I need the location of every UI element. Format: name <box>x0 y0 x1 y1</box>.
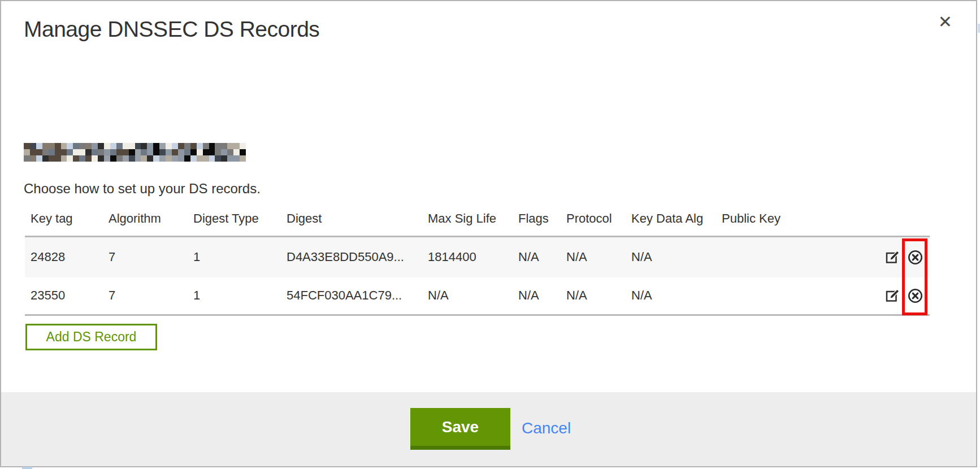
cell-key-tag: 23550 <box>25 277 103 315</box>
page-behind-fragment <box>22 467 32 469</box>
cell-digest-type: 1 <box>188 236 281 277</box>
col-header-key-tag: Key tag <box>25 208 103 236</box>
edit-record-icon[interactable] <box>885 288 900 303</box>
col-header-public-key: Public Key <box>716 208 875 236</box>
col-header-protocol: Protocol <box>561 208 626 236</box>
col-header-max-sig-life: Max Sig Life <box>422 208 513 236</box>
edit-record-icon[interactable] <box>885 250 900 265</box>
col-header-flags: Flags <box>513 208 561 236</box>
page-behind-fragment <box>978 24 980 33</box>
ds-records-table: Key tag Algorithm Digest Type Digest Max… <box>25 208 930 316</box>
page-title: Manage DNSSEC DS Records <box>24 17 319 42</box>
cancel-link[interactable]: Cancel <box>522 419 571 437</box>
col-header-key-data-alg: Key Data Alg <box>626 208 716 236</box>
col-header-actions <box>875 208 930 236</box>
redacted-domain <box>24 143 246 162</box>
cell-algorithm: 7 <box>103 236 188 277</box>
close-icon[interactable]: ✕ <box>938 14 952 31</box>
table-row: 23550 7 1 54FCF030AA1C79... N/A N/A N/A … <box>25 277 930 315</box>
save-button[interactable]: Save <box>410 408 510 450</box>
cell-digest-type: 1 <box>188 277 281 315</box>
cell-key-data-alg: N/A <box>626 236 716 277</box>
col-header-algorithm: Algorithm <box>103 208 188 236</box>
cell-public-key <box>716 277 875 315</box>
cell-public-key <box>716 236 875 277</box>
cell-digest: D4A33E8DD550A9... <box>281 236 422 277</box>
table-header-row: Key tag Algorithm Digest Type Digest Max… <box>25 208 930 236</box>
cell-key-tag: 24828 <box>25 236 103 277</box>
manage-dnssec-dialog: Manage DNSSEC DS Records ✕ Choose how to… <box>0 0 977 467</box>
cell-flags: N/A <box>513 236 561 277</box>
cell-protocol: N/A <box>561 236 626 277</box>
cell-algorithm: 7 <box>103 277 188 315</box>
col-header-digest: Digest <box>281 208 422 236</box>
cell-key-data-alg: N/A <box>626 277 716 315</box>
delete-record-icon[interactable] <box>908 250 923 265</box>
col-header-digest-type: Digest Type <box>188 208 281 236</box>
cell-flags: N/A <box>513 277 561 315</box>
dialog-footer: Save Cancel <box>1 392 976 466</box>
cell-max-sig-life: 1814400 <box>422 236 513 277</box>
cell-protocol: N/A <box>561 277 626 315</box>
cell-max-sig-life: N/A <box>422 277 513 315</box>
add-ds-record-button[interactable]: Add DS Record <box>25 324 157 350</box>
cell-digest: 54FCF030AA1C79... <box>281 277 422 315</box>
delete-record-icon[interactable] <box>908 288 923 303</box>
table-row: 24828 7 1 D4A33E8DD550A9... 1814400 N/A … <box>25 236 930 277</box>
instruction-text: Choose how to set up your DS records. <box>24 181 261 197</box>
